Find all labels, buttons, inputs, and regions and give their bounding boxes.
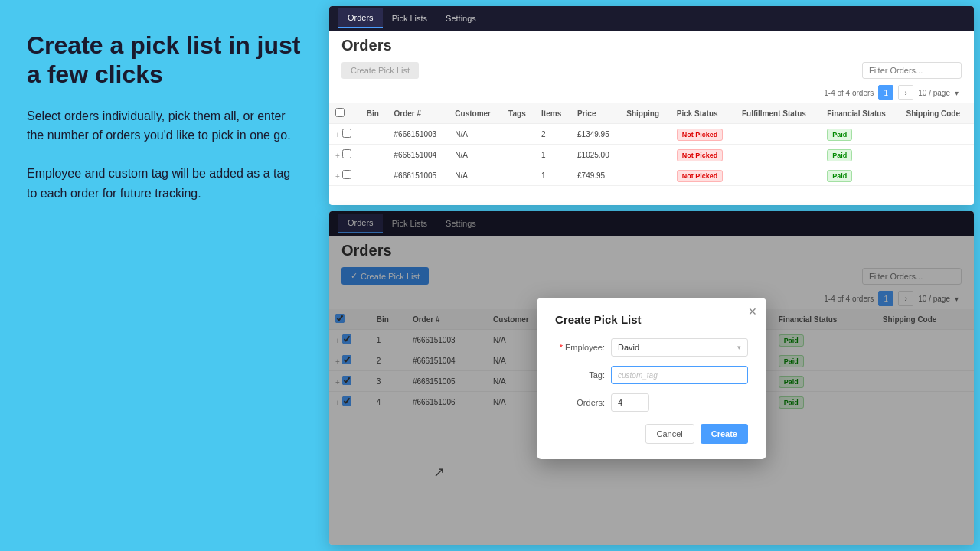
create-button[interactable]: Create bbox=[701, 424, 748, 444]
cell-tags bbox=[502, 145, 535, 165]
cell-fulfillment bbox=[736, 124, 821, 145]
tab-pick-lists-1[interactable]: Pick Lists bbox=[383, 9, 436, 28]
cancel-button[interactable]: Cancel bbox=[645, 424, 694, 444]
main-heading: Create a pick list in just a few clicks bbox=[27, 31, 302, 90]
pagination-bar-1: 1-4 of 4 orders 1 › 10 / page ▾ bbox=[329, 82, 974, 103]
cell-price: £1025.00 bbox=[571, 145, 620, 165]
cell-tags bbox=[502, 124, 535, 145]
table-row: + #666151004 N/A 1 £1025.00 Not Picked P… bbox=[329, 145, 974, 165]
tab-orders-1[interactable]: Orders bbox=[338, 8, 383, 28]
cell-tags bbox=[502, 165, 535, 186]
table-row: + #666151005 N/A 1 £749.95 Not Picked Pa… bbox=[329, 165, 974, 186]
col-bin: Bin bbox=[361, 103, 388, 124]
cell-bin bbox=[361, 165, 388, 186]
row-checkbox[interactable] bbox=[342, 170, 351, 179]
modal-overlay: Create Pick List ✕ * Employee: David ▾ T… bbox=[329, 211, 974, 545]
expand-btn[interactable]: + bbox=[335, 172, 340, 181]
employee-value: David bbox=[618, 343, 639, 352]
orders-label: Orders: bbox=[555, 398, 605, 407]
cell-pick-status: Not Picked bbox=[671, 145, 736, 165]
page-btn-1[interactable]: 1 bbox=[878, 85, 893, 100]
cell-pick-status: Not Picked bbox=[671, 165, 736, 186]
cell-financial: Paid bbox=[821, 124, 900, 145]
orders-table-1: Bin Order # Customer Tags Items Price Sh… bbox=[329, 103, 974, 186]
cell-fulfillment bbox=[736, 145, 821, 165]
col-customer: Customer bbox=[449, 103, 502, 124]
cell-shipping bbox=[620, 165, 670, 186]
para1: Select orders individually, pick them al… bbox=[27, 106, 302, 145]
tag-input[interactable] bbox=[611, 366, 748, 384]
orders-input[interactable] bbox=[611, 393, 649, 412]
col-fulfillment: Fulfillment Status bbox=[736, 103, 821, 124]
employee-label: * Employee: bbox=[555, 343, 605, 352]
col-pick-status: Pick Status bbox=[671, 103, 736, 124]
cell-order: #666151005 bbox=[388, 165, 449, 186]
cell-shipping-code bbox=[900, 145, 974, 165]
pagination-text-1: 1-4 of 4 orders bbox=[824, 89, 874, 97]
orders-title-1: Orders bbox=[341, 37, 962, 54]
cell-fulfillment bbox=[736, 165, 821, 186]
cell-bin bbox=[361, 145, 388, 165]
expand-btn[interactable]: + bbox=[335, 131, 340, 139]
cell-bin bbox=[361, 124, 388, 145]
cell-pick-status: Not Picked bbox=[671, 124, 736, 145]
employee-row: * Employee: David ▾ bbox=[555, 338, 748, 357]
modal-close-btn[interactable]: ✕ bbox=[748, 305, 757, 318]
left-panel: Create a pick list in just a few clicks … bbox=[0, 0, 329, 551]
cell-items: 1 bbox=[535, 165, 571, 186]
select-all-checkbox-1[interactable] bbox=[335, 108, 345, 117]
orders-row: Orders: bbox=[555, 393, 748, 412]
col-shipping: Shipping bbox=[620, 103, 670, 124]
col-items: Items bbox=[535, 103, 571, 124]
tag-label: Tag: bbox=[555, 370, 605, 380]
top-nav-1: Orders Pick Lists Settings bbox=[329, 6, 974, 31]
col-check bbox=[329, 103, 361, 124]
cell-price: £1349.95 bbox=[571, 124, 620, 145]
cell-customer: N/A bbox=[449, 124, 502, 145]
required-mark: * bbox=[560, 343, 563, 352]
tab-settings-1[interactable]: Settings bbox=[436, 9, 485, 28]
cell-shipping bbox=[620, 124, 670, 145]
col-shipping-code: Shipping Code bbox=[900, 103, 974, 124]
row-checkbox[interactable] bbox=[342, 149, 351, 158]
col-price: Price bbox=[571, 103, 620, 124]
create-pick-list-btn-1[interactable]: Create Pick List bbox=[341, 62, 419, 79]
create-pick-list-label-1: Create Pick List bbox=[351, 66, 410, 75]
col-tags: Tags bbox=[502, 103, 535, 124]
modal-title: Create Pick List bbox=[555, 313, 748, 326]
para2: Employee and custom tag will be added as… bbox=[27, 164, 302, 203]
cell-order: #666151003 bbox=[388, 124, 449, 145]
app-window-bottom: Orders Pick Lists Settings Orders ✓ Crea… bbox=[329, 211, 974, 545]
cell-order: #666151004 bbox=[388, 145, 449, 165]
filter-orders-input-1[interactable] bbox=[862, 62, 962, 79]
cell-shipping bbox=[620, 145, 670, 165]
modal-footer: Cancel Create bbox=[555, 424, 748, 444]
cell-financial: Paid bbox=[821, 145, 900, 165]
cell-items: 1 bbox=[535, 145, 571, 165]
expand-btn[interactable]: + bbox=[335, 152, 340, 160]
cell-price: £749.95 bbox=[571, 165, 620, 186]
chevron-down-icon: ▾ bbox=[737, 344, 741, 351]
right-panel: Orders Pick Lists Settings Orders Create… bbox=[329, 0, 980, 551]
cell-customer: N/A bbox=[449, 145, 502, 165]
employee-dropdown[interactable]: David ▾ bbox=[611, 338, 748, 357]
cell-customer: N/A bbox=[449, 165, 502, 186]
per-page-1: 10 / page bbox=[918, 89, 950, 97]
per-page-arrow-1: ▾ bbox=[955, 89, 959, 97]
create-pick-list-modal: Create Pick List ✕ * Employee: David ▾ T… bbox=[537, 298, 766, 459]
cell-financial: Paid bbox=[821, 165, 900, 186]
tag-row: Tag: bbox=[555, 366, 748, 384]
cell-shipping-code bbox=[900, 165, 974, 186]
toolbar-1: Create Pick List bbox=[341, 62, 962, 79]
col-financial: Financial Status bbox=[821, 103, 900, 124]
page-btn-next-1[interactable]: › bbox=[898, 85, 913, 100]
row-checkbox[interactable] bbox=[342, 129, 351, 138]
col-order: Order # bbox=[388, 103, 449, 124]
table-row: + #666151003 N/A 2 £1349.95 Not Picked P… bbox=[329, 124, 974, 145]
cell-items: 2 bbox=[535, 124, 571, 145]
cell-shipping-code bbox=[900, 124, 974, 145]
app-window-top: Orders Pick Lists Settings Orders Create… bbox=[329, 6, 974, 205]
